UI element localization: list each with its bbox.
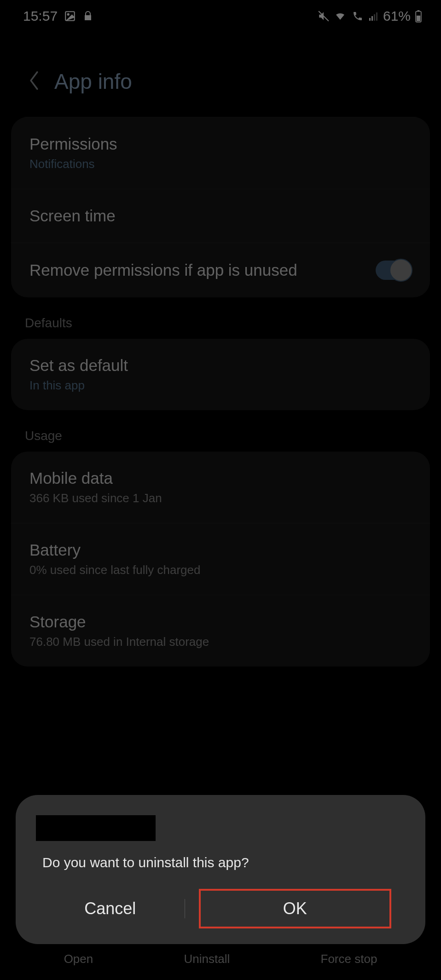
dialog-divider	[185, 899, 185, 918]
usage-permissions-card: Permissions Notifications Screen time Re…	[11, 117, 430, 297]
mobile-data-sub: 366 KB used since 1 Jan	[29, 491, 412, 505]
wifi-calling-icon	[351, 11, 365, 22]
defaults-card: Set as default In this app	[11, 339, 430, 410]
permissions-title: Permissions	[29, 135, 412, 153]
remove-permissions-title: Remove permissions if app is unused	[29, 261, 297, 279]
svg-point-1	[68, 14, 69, 15]
cancel-button[interactable]: Cancel	[36, 889, 185, 928]
permissions-row[interactable]: Permissions Notifications	[11, 117, 430, 189]
svg-rect-9	[417, 16, 420, 21]
signal-icon	[368, 11, 379, 22]
screen-time-title: Screen time	[29, 207, 412, 225]
remove-permissions-row[interactable]: Remove permissions if app is unused	[11, 243, 430, 297]
image-icon	[64, 10, 76, 22]
status-time: 15:57	[23, 8, 58, 24]
set-as-default-title: Set as default	[29, 356, 412, 375]
remove-permissions-toggle[interactable]	[376, 261, 412, 280]
usage-section-label: Usage	[0, 429, 441, 452]
bottom-action-bar: Open Uninstall Force stop	[0, 938, 441, 980]
battery-title: Battery	[29, 541, 412, 559]
status-right: 61%	[318, 8, 423, 24]
uninstall-button[interactable]: Uninstall	[184, 952, 230, 966]
permissions-sub: Notifications	[29, 157, 412, 171]
battery-icon	[414, 10, 423, 23]
toggle-knob	[389, 259, 412, 282]
set-as-default-row[interactable]: Set as default In this app	[11, 339, 430, 410]
svg-rect-3	[369, 18, 371, 21]
svg-rect-8	[418, 10, 420, 11]
uninstall-dialog: Do you want to uninstall this app? Cance…	[16, 795, 425, 944]
defaults-section-label: Defaults	[0, 316, 441, 339]
ok-button[interactable]: OK	[199, 889, 392, 928]
svg-rect-6	[376, 12, 377, 21]
battery-row[interactable]: Battery 0% used since last fully charged	[11, 523, 430, 595]
open-button[interactable]: Open	[64, 952, 93, 966]
storage-sub: 76.80 MB used in Internal storage	[29, 635, 412, 649]
set-as-default-sub: In this app	[29, 378, 412, 393]
back-icon[interactable]	[28, 70, 41, 93]
wifi-icon	[333, 11, 347, 22]
storage-title: Storage	[29, 613, 412, 631]
status-bar: 15:57 61%	[0, 0, 441, 32]
dialog-message: Do you want to uninstall this app?	[36, 855, 405, 889]
mobile-data-row[interactable]: Mobile data 366 KB used since 1 Jan	[11, 452, 430, 523]
svg-rect-4	[371, 16, 373, 21]
usage-card: Mobile data 366 KB used since 1 Jan Batt…	[11, 452, 430, 667]
force-stop-button[interactable]: Force stop	[321, 952, 377, 966]
page-title: App info	[54, 69, 132, 94]
status-left: 15:57	[23, 8, 93, 24]
app-name-redacted	[36, 815, 156, 841]
screen-time-row[interactable]: Screen time	[11, 189, 430, 243]
mute-icon	[318, 10, 330, 22]
mobile-data-title: Mobile data	[29, 469, 412, 487]
dialog-button-row: Cancel OK	[36, 889, 405, 928]
lock-icon	[82, 10, 93, 22]
svg-rect-5	[374, 14, 375, 21]
header: App info	[0, 32, 441, 117]
battery-percent: 61%	[383, 8, 411, 24]
battery-sub: 0% used since last fully charged	[29, 563, 412, 577]
storage-row[interactable]: Storage 76.80 MB used in Internal storag…	[11, 595, 430, 667]
